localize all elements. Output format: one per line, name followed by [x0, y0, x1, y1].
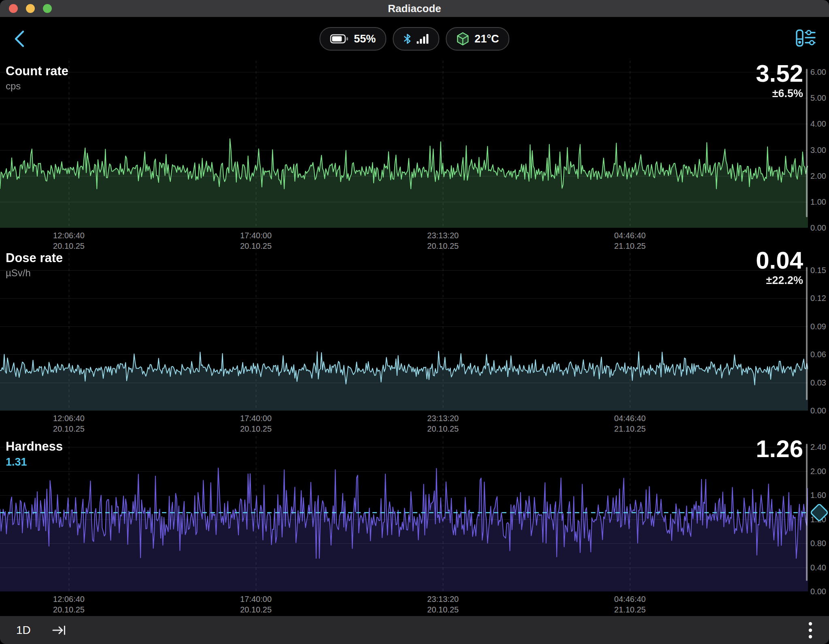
current-value: 1.26	[756, 436, 803, 462]
current-value: 3.52	[756, 61, 803, 86]
current-value-block: 1.26	[756, 436, 803, 462]
y-tick-label: 0.00	[810, 406, 826, 415]
bluetooth-icon	[403, 33, 411, 44]
x-axis: 12:06:4020.10.2517:40:0020.10.2523:13:20…	[0, 591, 808, 611]
device-settings-icon	[793, 27, 817, 50]
y-zoom-scrollbar[interactable]	[806, 69, 808, 217]
x-tick-label: 17:40:0020.10.25	[240, 413, 272, 434]
chart-header: Count rate cps	[6, 64, 68, 92]
y-tick-label: 3.00	[810, 145, 826, 155]
toolbar: 55% 21°C	[0, 17, 829, 61]
chart-title: Dose rate	[6, 251, 63, 265]
cube-icon	[456, 32, 469, 46]
x-tick-label: 12:06:4020.10.25	[53, 413, 85, 434]
chart-header: Hardness 1.31	[6, 439, 63, 468]
x-tick-label: 12:06:4020.10.25	[53, 594, 85, 615]
y-tick-label: 2.00	[810, 466, 826, 476]
traffic-lights	[9, 0, 52, 17]
dose-rate-chart-section: Dose rate µSv/h 0.04 ±22.2% 0.150.120.09…	[0, 248, 829, 430]
y-zoom-scrollbar[interactable]	[806, 444, 808, 581]
temperature-pill[interactable]: 21°C	[446, 27, 509, 51]
battery-status-pill[interactable]: 55%	[319, 27, 386, 51]
y-tick-label: 0.00	[810, 223, 826, 233]
x-tick-label: 17:40:0020.10.25	[240, 594, 272, 615]
x-tick-label: 04:46:4021.10.25	[614, 413, 646, 434]
y-zoom-scrollbar[interactable]	[806, 267, 808, 400]
bluetooth-signal-pill[interactable]	[393, 27, 439, 51]
y-tick-label: 2.00	[810, 171, 826, 180]
device-settings-button[interactable]	[791, 26, 819, 52]
y-tick-label: 6.00	[810, 68, 826, 77]
y-tick-label: 2.40	[810, 443, 826, 452]
y-tick-label: 1.00	[810, 197, 826, 206]
count-rate-plot	[0, 61, 808, 228]
battery-icon	[330, 34, 349, 44]
time-range-button[interactable]: 1D	[16, 624, 31, 637]
battery-percentage: 55%	[354, 33, 376, 45]
x-tick-label: 04:46:4021.10.25	[614, 594, 646, 615]
skip-to-latest-button[interactable]	[52, 624, 66, 636]
bottom-bar: 1D	[0, 616, 829, 644]
status-pills: 55% 21°C	[319, 27, 509, 51]
temperature-value: 21°C	[474, 33, 499, 45]
chart-unit: cps	[6, 80, 68, 92]
y-tick-label: 0.15	[810, 266, 826, 275]
count-rate-chart-section: Count rate cps 3.52 ±6.5% 6.005.004.003.…	[0, 61, 829, 247]
hardness-chart-section: Hardness 1.31 1.26 2.402.001.601.200.800…	[0, 436, 829, 611]
y-tick-label: 0.06	[810, 350, 826, 359]
y-tick-label: 1.60	[810, 491, 826, 500]
kebab-menu-icon	[808, 621, 813, 640]
y-tick-label: 0.40	[810, 563, 826, 572]
more-options-button[interactable]	[806, 621, 815, 640]
hardness-canvas[interactable]	[0, 436, 808, 591]
y-axis: 0.150.120.090.060.030.00	[808, 248, 829, 411]
close-window-button[interactable]	[9, 4, 18, 13]
uncertainty-value: ±6.5%	[756, 87, 803, 100]
back-button[interactable]	[11, 28, 28, 49]
y-tick-label: 0.12	[810, 294, 826, 303]
dose-rate-plot	[0, 248, 808, 411]
x-axis: 12:06:4020.10.2517:40:0020.10.2523:13:20…	[0, 228, 808, 247]
x-tick-label: 23:13:2020.10.25	[427, 413, 459, 434]
y-tick-label: 0.00	[810, 587, 826, 596]
threshold-value-label: 1.31	[6, 456, 63, 468]
y-tick-label: 4.00	[810, 119, 826, 129]
current-value-block: 3.52 ±6.5%	[756, 61, 803, 100]
chevron-left-icon	[13, 30, 26, 48]
skip-to-end-icon	[52, 624, 66, 636]
minimize-window-button[interactable]	[26, 4, 35, 13]
app-window: Radiacode 55%	[0, 0, 829, 644]
y-tick-label: 5.00	[810, 93, 826, 103]
y-tick-label: 0.80	[810, 539, 826, 548]
chart-title: Count rate	[6, 64, 68, 78]
x-tick-label: 23:13:2020.10.25	[427, 594, 459, 615]
signal-bars-icon	[417, 34, 429, 44]
current-value: 0.04	[756, 248, 803, 273]
chart-title: Hardness	[6, 439, 63, 454]
current-value-block: 0.04 ±22.2%	[756, 248, 803, 287]
chart-unit: µSv/h	[6, 267, 63, 279]
window-title: Radiacode	[388, 2, 441, 15]
y-axis: 6.005.004.003.002.001.000.00	[808, 61, 829, 228]
title-bar: Radiacode	[0, 0, 829, 17]
dose-rate-canvas[interactable]	[0, 248, 808, 411]
count-rate-canvas[interactable]	[0, 61, 808, 228]
y-tick-label: 0.03	[810, 378, 826, 387]
zoom-window-button[interactable]	[43, 4, 52, 13]
chart-header: Dose rate µSv/h	[6, 251, 63, 279]
uncertainty-value: ±22.2%	[756, 274, 803, 287]
hardness-plot	[0, 436, 808, 591]
y-tick-label: 0.09	[810, 322, 826, 331]
x-axis: 12:06:4020.10.2517:40:0020.10.2523:13:20…	[0, 411, 808, 430]
